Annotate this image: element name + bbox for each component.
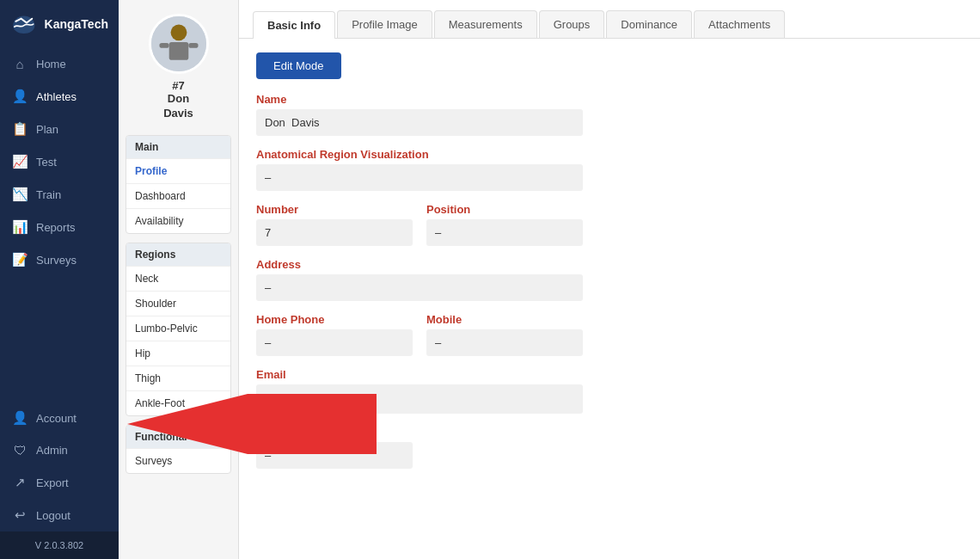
train-icon: 📉 (12, 187, 28, 202)
nav-admin[interactable]: 🛡 Admin (0, 434, 119, 466)
athlete-panel: #7 Don Davis Main Profile Dashboard Avai… (119, 0, 239, 559)
name-group: Name (256, 93, 963, 136)
nav-train[interactable]: 📉 Train (0, 178, 119, 211)
home-phone-label: Home Phone (256, 313, 413, 326)
svg-rect-4 (188, 43, 198, 48)
nav: ⌂ Home 👤 Athletes 📋 Plan 📈 Test 📉 Train … (0, 48, 119, 531)
logout-icon: ↩ (12, 507, 28, 523)
nav-surveys[interactable]: 📝 Surveys (0, 243, 119, 276)
side-menu: Main Profile Dashboard Availability Regi… (119, 135, 238, 482)
home-icon: ⌂ (12, 57, 28, 71)
phone-row: Home Phone Mobile (256, 313, 963, 368)
svg-rect-3 (159, 43, 168, 48)
nav-plan[interactable]: 📋 Plan (0, 113, 119, 145)
main-section-header: Main (126, 136, 230, 158)
menu-profile[interactable]: Profile (126, 158, 230, 183)
tab-dominance[interactable]: Dominance (606, 10, 692, 38)
menu-neck[interactable]: Neck (126, 266, 230, 291)
dob-input[interactable] (256, 442, 413, 469)
email-group: Email (256, 368, 963, 414)
name-input[interactable] (256, 109, 583, 136)
nav-reports[interactable]: 📊 Reports (0, 211, 119, 243)
menu-shoulder[interactable]: Shoulder (126, 291, 230, 316)
mobile-input[interactable] (426, 329, 583, 356)
nav-logout[interactable]: ↩ Logout (0, 499, 119, 531)
test-icon: 📈 (12, 154, 28, 169)
nav-test[interactable]: 📈 Test (0, 145, 119, 178)
anatomical-group: Anatomical Region Visualization (256, 148, 963, 191)
number-input[interactable] (256, 219, 413, 246)
menu-lumbo-pelvic[interactable]: Lumbo-Pelvic (126, 316, 230, 341)
plan-icon: 📋 (12, 121, 28, 137)
reports-icon: 📊 (12, 219, 28, 235)
nav-account[interactable]: 👤 Account (0, 402, 119, 434)
regions-section-header: Regions (126, 243, 230, 266)
address-input[interactable] (256, 274, 583, 301)
number-group: Number (256, 203, 413, 246)
tab-groups[interactable]: Groups (539, 10, 605, 38)
home-phone-input[interactable] (256, 329, 413, 356)
admin-icon: 🛡 (12, 443, 28, 458)
export-icon: ↗ (12, 475, 28, 490)
email-label: Email (256, 368, 963, 381)
form-area: Edit Mode Name Anatomical Region Visuali… (239, 39, 980, 494)
dob-group: Date of Birth (256, 426, 963, 469)
surveys-icon: 📝 (12, 252, 28, 267)
tab-bar: Basic Info Profile Image Measurements Gr… (239, 0, 980, 39)
email-input[interactable] (256, 384, 583, 414)
main-section: Main Profile Dashboard Availability (126, 135, 231, 234)
functional-section: Functional Surveys (126, 425, 231, 474)
regions-section: Regions Neck Shoulder Lumbo-Pelvic Hip T… (126, 243, 231, 416)
svg-point-1 (170, 24, 187, 40)
tab-attachments[interactable]: Attachments (694, 10, 785, 38)
avatar (149, 14, 209, 74)
menu-thigh[interactable]: Thigh (126, 366, 230, 390)
svg-rect-2 (168, 42, 188, 60)
logo-text: KangaTech (45, 17, 108, 31)
tab-basic-info[interactable]: Basic Info (253, 11, 335, 39)
account-icon: 👤 (12, 410, 28, 426)
athlete-number: #7 (172, 79, 184, 92)
name-label: Name (256, 93, 963, 106)
edit-mode-button[interactable]: Edit Mode (256, 52, 341, 79)
logo: KangaTech (0, 0, 119, 48)
tab-measurements[interactable]: Measurements (434, 10, 537, 38)
sidebar: KangaTech ⌂ Home 👤 Athletes 📋 Plan 📈 Tes… (0, 0, 119, 559)
nav-home[interactable]: ⌂ Home (0, 48, 119, 80)
menu-ankle-foot[interactable]: Ankle-Foot (126, 390, 230, 415)
tab-profile-image[interactable]: Profile Image (337, 10, 432, 38)
version-label: V 2.0.3.802 (0, 531, 119, 559)
menu-dashboard[interactable]: Dashboard (126, 183, 230, 208)
home-phone-group: Home Phone (256, 313, 413, 356)
mobile-group: Mobile (426, 313, 583, 356)
nav-export[interactable]: ↗ Export (0, 466, 119, 499)
anatomical-label: Anatomical Region Visualization (256, 148, 963, 161)
dob-label: Date of Birth (256, 426, 963, 439)
anatomical-input[interactable] (256, 164, 583, 191)
menu-functional-surveys[interactable]: Surveys (126, 448, 230, 473)
athletes-icon: 👤 (12, 89, 28, 104)
number-label: Number (256, 203, 413, 216)
position-group: Position (426, 203, 583, 246)
position-label: Position (426, 203, 583, 216)
menu-availability[interactable]: Availability (126, 208, 230, 233)
position-input[interactable] (426, 219, 583, 246)
functional-section-header: Functional (126, 426, 230, 448)
mobile-label: Mobile (426, 313, 583, 326)
address-group: Address (256, 258, 963, 301)
menu-hip[interactable]: Hip (126, 341, 230, 366)
main-content: Basic Info Profile Image Measurements Gr… (239, 0, 980, 559)
number-position-row: Number Position (256, 203, 963, 258)
address-label: Address (256, 258, 963, 271)
athlete-name: Don Davis (163, 92, 193, 121)
nav-athletes[interactable]: 👤 Athletes (0, 80, 119, 113)
